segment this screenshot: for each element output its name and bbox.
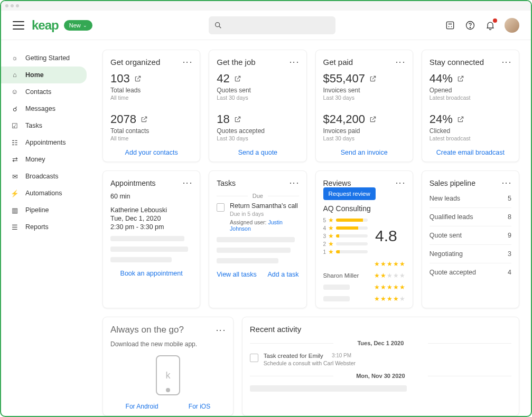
- card-title: Always on the go?: [110, 325, 184, 335]
- card-title: Get the job: [217, 58, 255, 67]
- review-row: ★★★★★: [323, 283, 405, 291]
- task-row: Return Samantha's call Due in 5 days Ass…: [217, 202, 298, 232]
- sidebar-item-tasks[interactable]: ☑Tasks: [1, 117, 87, 134]
- card-title: Appointments: [110, 179, 156, 187]
- menu-icon[interactable]: [13, 21, 24, 30]
- ios-link[interactable]: For iOS: [189, 403, 210, 410]
- mobile-subtitle: Download the new mobile app.: [110, 340, 226, 348]
- card-title: Stay connected: [430, 58, 484, 67]
- create-broadcast-link[interactable]: Create email broadcast: [430, 149, 511, 156]
- kebab-icon[interactable]: ⋮: [396, 178, 405, 187]
- request-review-button[interactable]: Request review: [323, 187, 376, 200]
- card-title: Get paid: [323, 58, 353, 67]
- megaphone-icon: ✉: [11, 172, 19, 181]
- activity-subtitle: Schedule a consult with Carl Webster: [264, 360, 511, 366]
- kebab-icon[interactable]: ⋮: [216, 326, 226, 335]
- sidebar-item-messages[interactable]: ☌Messages: [1, 100, 87, 117]
- checkbox[interactable]: [217, 203, 225, 212]
- task-name: Return Samantha's call: [230, 202, 298, 210]
- bolt-icon: ⚡: [11, 189, 19, 197]
- card-title: Recent activity: [250, 325, 511, 334]
- checklist-icon: ☑: [11, 121, 19, 130]
- card-get-organized: Get organized⋮ 103Total leadsAll time 20…: [102, 50, 200, 162]
- activity-date: Tues, Dec 1 2020: [250, 338, 511, 348]
- kebab-icon[interactable]: ⋮: [290, 178, 299, 187]
- kebab-icon[interactable]: ⋮: [502, 178, 511, 187]
- review-company: AQ Consulting: [323, 204, 405, 213]
- pipeline-row[interactable]: Quote accepted4: [430, 263, 511, 281]
- window-titlebar: [1, 1, 531, 11]
- activity-date: Mon, Nov 30 2020: [250, 371, 511, 381]
- main-content: Get organized⋮ 103Total leadsAll time 20…: [87, 40, 531, 416]
- card-stay-connected: Stay connected⋮ 44%OpenedLatest broadcas…: [422, 50, 519, 162]
- pipeline-row[interactable]: New leads5: [430, 189, 511, 208]
- send-invoice-link[interactable]: Send an invoice: [323, 149, 405, 156]
- external-link-icon[interactable]: [141, 116, 148, 123]
- review-row: ★★★★★: [323, 260, 405, 268]
- pipeline-row[interactable]: Qualified leads8: [430, 208, 511, 226]
- placeholder-line: [217, 248, 291, 253]
- sidebar-item-home[interactable]: ⌂Home: [1, 67, 87, 83]
- external-link-icon[interactable]: [457, 116, 464, 123]
- sidebar-item-pipeline[interactable]: ▥Pipeline: [1, 202, 87, 219]
- add-contacts-link[interactable]: Add your contacts: [110, 149, 192, 156]
- android-link[interactable]: For Android: [126, 403, 158, 410]
- view-all-tasks-link[interactable]: View all tasks: [217, 271, 257, 278]
- sidebar-item-getting-started[interactable]: ☼Getting Started: [1, 50, 87, 67]
- search-input[interactable]: [209, 16, 335, 34]
- notification-dot: [493, 18, 497, 23]
- svg-line-1: [219, 26, 221, 28]
- kebab-icon[interactable]: ⋮: [290, 58, 299, 67]
- kebab-icon[interactable]: ⋮: [183, 178, 192, 187]
- card-recent-activity: Recent activity Tues, Dec 1 2020 Task cr…: [242, 317, 519, 416]
- rating-distribution: 5★4★3★2★1★: [323, 216, 368, 256]
- placeholder-line: [110, 247, 188, 252]
- kebab-icon[interactable]: ⋮: [183, 58, 192, 67]
- external-link-icon[interactable]: [234, 75, 241, 82]
- activity-time: 3:10 PM: [332, 353, 351, 359]
- review-row: Sharon Miller★★★★★: [323, 272, 405, 279]
- placeholder-line: [250, 385, 407, 392]
- card-mobile-app: Always on the go?⋮ Download the new mobi…: [102, 317, 234, 416]
- brand-logo: keap: [32, 18, 59, 33]
- appointment-name: Katherine Lebouski: [110, 206, 192, 214]
- sidebar-item-reports[interactable]: ☰Reports: [1, 219, 87, 235]
- pipeline-row[interactable]: Quote sent9: [430, 226, 511, 245]
- review-row: ★★★★★: [323, 295, 405, 302]
- sidebar-item-contacts[interactable]: ☺Contacts: [1, 83, 87, 100]
- task-assigned: Assigned user: Justin Johnson: [230, 219, 298, 232]
- appointment-time: 2:30 pm - 3:30 pm: [110, 223, 192, 231]
- send-quote-link[interactable]: Send a quote: [217, 149, 298, 156]
- activity-title: Task created for Emily: [264, 353, 323, 359]
- external-link-icon[interactable]: [369, 116, 377, 123]
- svg-point-0: [215, 22, 219, 26]
- new-button[interactable]: New ⌄: [64, 20, 92, 31]
- card-title: Reviews: [323, 179, 351, 187]
- reports-icon: ☰: [11, 223, 19, 231]
- activity-row: Task created for Emily3:10 PM Schedule a…: [250, 348, 511, 371]
- external-link-icon[interactable]: [134, 75, 142, 82]
- calculator-icon[interactable]: [444, 20, 456, 31]
- avatar[interactable]: [505, 18, 519, 33]
- external-link-icon[interactable]: [369, 75, 377, 82]
- sidebar-item-appointments[interactable]: ☷Appointments: [1, 134, 87, 151]
- add-task-link[interactable]: Add a task: [267, 271, 298, 278]
- search-icon: [214, 21, 222, 30]
- placeholder-line: [110, 257, 172, 262]
- pipeline-row[interactable]: Negotiating3: [430, 245, 511, 263]
- sidebar-item-automations[interactable]: ⚡Automations: [1, 185, 87, 202]
- phone-icon: k: [156, 355, 180, 395]
- book-appointment-link[interactable]: Book an appointment: [110, 270, 192, 277]
- kebab-icon[interactable]: ⋮: [396, 58, 405, 67]
- sidebar-item-broadcasts[interactable]: ✉Broadcasts: [1, 168, 87, 185]
- bell-icon[interactable]: [484, 20, 496, 31]
- placeholder-line: [217, 258, 278, 263]
- kebab-icon[interactable]: ⋮: [502, 58, 511, 67]
- sidebar-item-money[interactable]: ⇄Money: [1, 151, 87, 168]
- card-get-the-job: Get the job⋮ 42Quotes sentLast 30 days 1…: [209, 50, 306, 162]
- due-divider: Due: [217, 193, 298, 199]
- external-link-icon[interactable]: [234, 116, 241, 123]
- help-icon[interactable]: [464, 20, 476, 31]
- external-link-icon[interactable]: [457, 75, 464, 82]
- card-sales-pipeline: Sales pipeline⋮ New leads5Qualified lead…: [422, 170, 519, 308]
